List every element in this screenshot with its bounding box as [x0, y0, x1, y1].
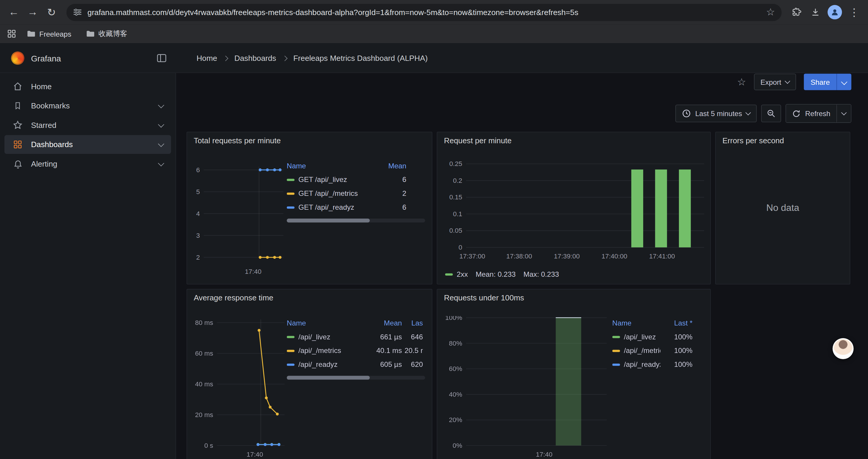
legend-value: 2 [380, 189, 406, 198]
no-data-message: No data [716, 132, 850, 284]
svg-text:2: 2 [196, 254, 200, 261]
sidebar-toggle-icon[interactable] [156, 53, 167, 64]
chevron-down-icon[interactable] [158, 160, 164, 166]
panel-total-requests[interactable]: Total requests per minute 6543217:40 Nam… [186, 132, 432, 285]
legend-scrollbar[interactable] [287, 376, 425, 380]
favorite-star-icon[interactable]: ☆ [737, 77, 746, 87]
legend-header-name[interactable]: Name [612, 319, 660, 327]
legend-header-mean[interactable]: Mean [380, 162, 406, 170]
svg-text:60 ms: 60 ms [195, 350, 213, 357]
legend-series-name[interactable]: /api/_/metrics [612, 347, 660, 355]
browser-menu-icon[interactable]: ⋮ [845, 3, 864, 22]
bookmark-folder-blog[interactable]: 收藏博客 [81, 27, 132, 40]
svg-text:3: 3 [196, 232, 200, 239]
legend-series-name[interactable]: /api/_/metrics [287, 347, 369, 355]
legend-header-name[interactable]: Name [287, 319, 369, 327]
sidebar-item-dashboards[interactable]: Dashboards [4, 135, 171, 154]
panel-requests-under-100ms[interactable]: Requests under 100ms 100%80%60%40%20%0%1… [437, 289, 711, 459]
panel-title[interactable]: Request per minute [444, 136, 512, 145]
panel-title[interactable]: Requests under 100ms [444, 293, 524, 302]
legend-row: /api/_/metrics40.1 ms20.5 r [287, 344, 425, 358]
svg-text:80%: 80% [449, 340, 462, 347]
panel-title[interactable]: Average response time [194, 293, 273, 302]
clock-icon [682, 109, 691, 118]
url-text: grafana.mathmast.com/d/deytv4rwavabkb/fr… [88, 8, 761, 17]
chevron-down-icon[interactable] [158, 102, 164, 108]
legend-value: 6 [380, 203, 406, 211]
browser-profile-avatar[interactable] [828, 5, 842, 20]
svg-text:0%: 0% [453, 442, 462, 449]
bookmark-icon [12, 101, 23, 110]
sidebar-item-alerting[interactable]: Alerting [4, 155, 171, 173]
legend-series-name[interactable]: GET /api/_/metrics [287, 189, 380, 198]
reload-icon[interactable]: ↻ [42, 3, 61, 22]
legend-value: 6 [380, 175, 406, 184]
folder-icon [27, 29, 35, 38]
legend-header-last-[interactable]: Last * [660, 319, 692, 327]
svg-text:20%: 20% [449, 416, 462, 424]
panel-errors-per-second[interactable]: Errors per second No data [715, 132, 850, 285]
legend-series-name[interactable]: 2xx [445, 270, 468, 278]
legend-series-name[interactable]: /api/_livez [612, 333, 660, 341]
share-label: Share [811, 78, 830, 86]
series-color-icon [612, 350, 620, 352]
legend-header: NameLast * [612, 316, 704, 330]
url-bar[interactable]: grafana.mathmast.com/d/deytv4rwavabkb/fr… [66, 4, 782, 21]
bookmark-folder-freeleaps[interactable]: Freeleaps [22, 28, 75, 40]
legend-series-name[interactable]: /api/_readyz [612, 360, 660, 369]
svg-text:40 ms: 40 ms [195, 381, 213, 388]
forward-icon[interactable]: → [23, 3, 42, 22]
panel-avg-response-time[interactable]: Average response time 80 ms60 ms40 ms20 … [186, 289, 432, 459]
time-range-picker[interactable]: Last 5 minutes [675, 104, 757, 122]
chevron-right-icon [223, 55, 229, 61]
panel-title[interactable]: Total requests per minute [194, 136, 281, 145]
sidebar-item-home[interactable]: Home [4, 77, 171, 96]
breadcrumb-dashboards[interactable]: Dashboards [234, 54, 276, 63]
extensions-puzzle-icon[interactable] [787, 3, 806, 22]
series-color-icon [287, 206, 294, 208]
legend-series-name[interactable]: GET /api/_readyz [287, 203, 380, 211]
refresh-interval-button[interactable] [837, 104, 851, 122]
legend-series-name[interactable]: /api/_readyz [287, 360, 369, 369]
refresh-button[interactable]: Refresh [786, 104, 837, 122]
svg-text:0: 0 [459, 244, 462, 251]
share-menu-button[interactable] [837, 73, 851, 90]
bookmark-star-icon[interactable]: ☆ [766, 7, 775, 17]
legend-header-name[interactable]: Name [287, 162, 380, 170]
legend-row: /api/_/metrics100% [612, 344, 704, 358]
zoom-out-button[interactable] [761, 104, 781, 122]
series-color-icon [287, 350, 294, 352]
export-button[interactable]: Export [754, 73, 796, 90]
legend-row: /api/_readyz605 µs620 [287, 357, 425, 371]
scrollbar-thumb[interactable] [287, 376, 370, 380]
bookmark-label: 收藏博客 [98, 29, 127, 39]
legend-header-las[interactable]: Las [402, 319, 423, 327]
floating-avatar[interactable] [833, 338, 854, 359]
legend-series-name[interactable]: GET /api/_livez [287, 175, 380, 184]
sidebar-item-starred[interactable]: Starred [4, 116, 171, 135]
site-settings-icon[interactable] [73, 8, 82, 17]
panel-request-per-minute[interactable]: Request per minute 0.250.20.150.10.05017… [437, 132, 711, 285]
svg-text:100%: 100% [445, 316, 462, 321]
chevron-down-icon[interactable] [158, 140, 164, 147]
legend-row: GET /api/_livez6 [287, 173, 425, 187]
download-icon[interactable] [806, 3, 825, 22]
legend-value: 100% [660, 333, 692, 341]
legend-series-name[interactable]: /api/_livez [287, 333, 369, 341]
scrollbar-thumb[interactable] [287, 219, 370, 222]
share-button[interactable]: Share [804, 73, 836, 90]
home-icon [12, 81, 23, 91]
legend-header-mean[interactable]: Mean [369, 319, 402, 327]
sidebar-item-label: Starred [31, 121, 56, 129]
legend-scrollbar[interactable] [287, 219, 425, 222]
back-icon[interactable]: ← [4, 3, 23, 22]
legend-mean: Mean: 0.233 [476, 270, 516, 278]
sidebar-item-bookmarks[interactable]: Bookmarks [4, 96, 171, 115]
apps-grid-icon[interactable] [6, 29, 17, 39]
zoom-out-icon [767, 109, 776, 118]
svg-text:80 ms: 80 ms [195, 319, 213, 326]
breadcrumb-home[interactable]: Home [196, 54, 217, 63]
grafana-logo-icon[interactable] [11, 52, 24, 65]
chevron-down-icon[interactable] [158, 121, 164, 127]
dashboard-actions: ☆ Export Share [737, 73, 851, 90]
